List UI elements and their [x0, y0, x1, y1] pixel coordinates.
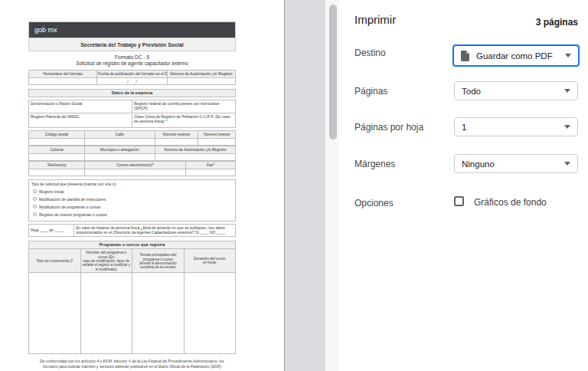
autorizacion-value	[167, 77, 235, 84]
caret-down-icon	[564, 162, 570, 166]
page-count: 3 páginas	[536, 17, 578, 28]
background-graphics-label[interactable]: Gráficos de fondo	[474, 197, 547, 208]
company-band-table: Datos de la empresa	[28, 89, 236, 97]
pages-select[interactable]: Todo	[454, 81, 578, 100]
pdf-file-icon	[461, 51, 469, 61]
persona-fisica-question: En caso de tratarse de persona física ¿E…	[74, 224, 236, 236]
preview-scrollbar-thumb[interactable]	[329, 5, 337, 140]
preview-gutter	[284, 0, 325, 371]
caret-down-icon	[564, 89, 570, 93]
gobmx-logo: gob mx	[29, 22, 235, 38]
radio-icon	[33, 189, 37, 193]
destination-select[interactable]: Guardar como PDF	[452, 44, 580, 67]
field-imss: Registro Patronal del IMSS1:	[29, 113, 132, 127]
col-calle: Calle	[84, 130, 155, 138]
field-rfc: Registro federal de contribuyentes con h…	[132, 100, 236, 113]
request-type-title: Tipo de solicitud que presenta (marcar c…	[31, 182, 233, 186]
address-table-3: Teléfono(s) Correo electrónico(s)* Fax*	[28, 161, 236, 176]
option-registro-inicial: Registro inicial	[31, 188, 233, 195]
caret-down-icon	[564, 125, 570, 129]
pages-per-sheet-select[interactable]: 1	[454, 117, 578, 136]
col-num-exterior: Número exterior	[155, 130, 198, 138]
caret-down-icon	[565, 54, 571, 57]
margins-label: Márgenes	[354, 159, 395, 169]
col-fax: Fax*	[186, 161, 236, 169]
col-municipio: Municipio o delegación	[84, 146, 155, 153]
ministry-title: Secretaría del Trabajo y Previsión Socia…	[29, 38, 235, 51]
col-homoclave: Homoclave del formato	[29, 70, 97, 77]
fecha-value: / /	[97, 77, 168, 84]
background-graphics-checkbox[interactable]	[454, 196, 464, 206]
field-curp: Clave Única de Registro de Población C.U…	[132, 113, 236, 127]
address-table-1: Código postal Calle Número exterior Núme…	[28, 130, 236, 146]
pages-value: Todo	[462, 87, 481, 96]
field-razon-social: Denominación o Razón Social:	[29, 100, 132, 113]
option-modificacion-programas: Modificación de programas o cursos	[31, 203, 233, 211]
col-fecha-dof: Fecha de publicación del formato en el D…	[97, 70, 168, 77]
address-table-2: Colonia Municipio o delegación Número de…	[28, 146, 236, 161]
col-colonia: Colonia	[29, 146, 85, 153]
dialog-title: Imprimir	[354, 13, 396, 26]
col-nombre-programa: Nombre del programa o curso (En caso de …	[80, 248, 132, 272]
form-header: gob mx Secretaría del Trabajo y Previsió…	[28, 21, 236, 51]
pages-label: Páginas	[354, 86, 387, 97]
print-settings-panel: Imprimir 3 páginas Destino Guardar como …	[339, 0, 588, 371]
radio-icon	[33, 197, 37, 201]
radio-icon	[33, 205, 37, 208]
col-codigo-postal: Código postal	[29, 130, 85, 138]
pages-per-sheet-value: 1	[462, 123, 466, 132]
homoclave-value	[29, 77, 97, 84]
margins-value: Ninguno	[462, 159, 495, 169]
col-temas-principales: Temas principales del programa o curso (…	[132, 248, 185, 272]
destination-label: Destino	[354, 48, 386, 58]
legal-footer: De conformidad con los artículos 4 y 69-…	[28, 359, 236, 369]
col-num-interior: Número interior	[198, 130, 236, 138]
option-modificacion-plantilla: Modificación de plantilla de instructore…	[31, 195, 233, 203]
col-telefono: Teléfono(s)	[29, 161, 85, 169]
sheet-row-table: Hoja ____ de ____ En caso de tratarse de…	[28, 224, 236, 237]
col-correo: Correo electrónico(s)*	[84, 161, 185, 169]
programs-table: Programas o cursos que registra Tipo de …	[28, 241, 236, 354]
option-registro-nuevos: Registro de nuevos programas o cursos	[31, 211, 233, 218]
section-datos-empresa: Datos de la empresa	[29, 89, 236, 97]
format-number: Formato DC - 5	[28, 54, 236, 61]
request-type-box: Tipo de solicitud que presenta (marcar c…	[28, 179, 236, 222]
radio-icon	[33, 212, 37, 216]
top-info-table: Homoclave del formato Fecha de publicaci…	[28, 70, 236, 85]
print-preview-document: gob mx Secretaría del Trabajo y Previsió…	[28, 21, 236, 369]
pages-per-sheet-label: Páginas por hoja	[354, 122, 423, 133]
options-label: Opciones	[354, 198, 394, 208]
form-title: Formato DC - 5 Solicitud de registro de …	[28, 54, 236, 67]
company-fields-table: Denominación o Razón Social: Registro fe…	[28, 100, 236, 128]
col-tipo-movimiento: Tipo de movimiento 2	[29, 248, 81, 272]
section-programas: Programas o cursos que registra	[29, 241, 236, 248]
destination-value: Guardar como PDF	[476, 51, 553, 61]
col-duracion: Duración del curso en horas	[184, 248, 236, 272]
col-num-autorizacion: Número de Autorización y/o Registro	[167, 70, 235, 77]
margins-select[interactable]: Ninguno	[454, 154, 578, 173]
sheet-number-cell: Hoja ____ de ____	[29, 224, 74, 236]
format-subtitle: Solicitud de registro de agente capacita…	[28, 61, 236, 67]
col-num-registro: Número de Autorización y/o Registro	[155, 146, 235, 153]
